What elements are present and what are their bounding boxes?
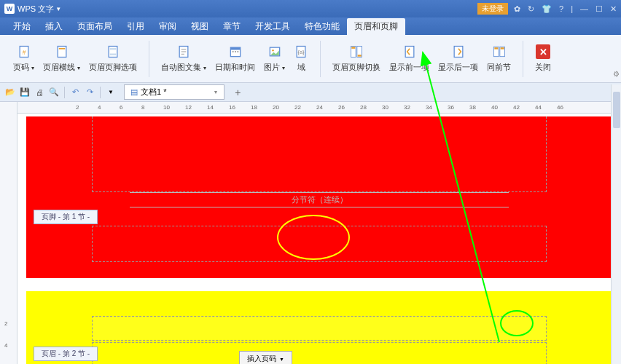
ribbon-separator [523,41,523,77]
doc-icon: ▤ [130,87,138,97]
scrollbar-thumb[interactable] [613,92,620,128]
ruler-config-icon[interactable]: ⚙ [613,70,620,78]
wps-logo-icon: W [4,4,15,14]
autotext-icon [176,44,191,59]
ruler-mark: 28 [360,104,367,111]
vertical-ruler: 24 [0,102,17,364]
page-boundary [92,342,547,364]
help-icon[interactable]: ? [559,4,563,14]
ruler-mark: 22 [294,104,301,111]
refresh-icon[interactable]: ↻ [528,4,534,14]
page-number-button[interactable]: #页码 ▾ [9,43,39,74]
maximize-icon[interactable]: ☐ [595,4,603,14]
ruler-mark: 8 [141,104,144,111]
ruler-mark: 12 [185,104,192,111]
vertical-scrollbar[interactable] [611,84,621,364]
add-tab-icon[interactable]: + [232,87,243,98]
page-number-icon: # [17,44,31,59]
menu-页面布局[interactable]: 页面布局 [70,18,120,35]
picture-label: 图片 ▾ [264,62,285,73]
ruler-mark: 4 [98,104,101,111]
menu-视图[interactable]: 视图 [184,18,216,35]
insert-page-number-button[interactable]: 插入页码 ▼ [239,351,292,364]
hf-switch-button[interactable]: 页眉页脚切换 [328,43,385,74]
show-prev-button[interactable]: 显示前一项 [385,43,434,74]
ruler-mark: 26 [338,104,345,111]
link-prev-button[interactable]: 同前节 [483,43,515,74]
ruler-mark: 46 [557,104,563,111]
ruler-mark: 42 [513,104,520,111]
link-prev-icon [492,44,507,59]
ruler-mark: 18 [251,104,257,111]
doc-name: 文档1 * [141,87,166,98]
print-icon[interactable]: 🖨 [34,87,45,98]
page-number-label: 页码 ▾ [13,62,34,73]
date-time-icon [228,44,243,59]
save-icon[interactable]: 💾 [19,87,31,98]
svg-rect-20 [358,55,362,57]
close-icon: ✕ [536,44,550,59]
ruler-mark: 38 [469,104,476,111]
preview-icon[interactable]: 🔍 [48,87,60,98]
login-badge[interactable]: 未登录 [477,3,508,15]
picture-button[interactable]: 图片 ▾ [259,43,289,74]
header-area[interactable] [92,316,547,341]
qat-separator [100,87,101,98]
doc-tab-dropdown-icon[interactable]: ▼ [213,90,218,95]
footer-section-tag: 页脚 - 第 1 节 - [34,210,98,224]
qat-dropdown-icon[interactable]: ▼ [105,87,117,98]
shirt-icon[interactable]: 👕 [542,4,552,14]
field-icon: {a} [294,44,308,59]
menu-开始[interactable]: 开始 [6,18,38,35]
ruler-mark: 30 [382,104,388,111]
redo-icon[interactable]: ↷ [84,87,95,98]
show-next-label: 显示后一项 [438,62,478,73]
field-button[interactable]: {a}域 [289,43,313,74]
svg-rect-26 [500,47,504,50]
autotext-button[interactable]: 自动图文集 ▾ [157,43,211,74]
header-line-icon [55,44,69,59]
spacer: | [571,4,573,14]
document-canvas: 分节符（连续） 页脚 - 第 1 节 - 页眉 - 第 2 节 - 插入页码 ▼ [17,114,621,364]
menu-章节[interactable]: 章节 [216,18,248,35]
date-time-button[interactable]: 日期和时间 [211,43,259,74]
ruler-mark: 20 [273,104,279,111]
ruler-mark: 36 [448,104,454,111]
skin-icon[interactable]: ✿ [514,4,520,14]
autotext-label: 自动图文集 ▾ [161,62,206,73]
menu-插入[interactable]: 插入 [38,18,70,35]
title-dropdown-icon[interactable]: ▼ [55,6,61,12]
menu-引用[interactable]: 引用 [120,18,152,35]
ruler-mark: 6 [120,104,122,111]
app-title: WPS 文字 [17,4,54,15]
chevron-down-icon: ▾ [282,65,285,71]
svg-rect-25 [494,47,498,50]
qat-separator [64,87,65,98]
picture-icon [267,44,282,59]
close-button[interactable]: ✕关闭 [531,43,555,74]
svg-rect-10 [233,51,234,52]
undo-icon[interactable]: ↶ [69,87,81,98]
page-1: 分节符（连续） 页脚 - 第 1 节 - [26,116,612,278]
page-2: 页眉 - 第 2 节 - 插入页码 ▼ [26,291,612,364]
svg-rect-4 [109,47,117,58]
minimize-icon[interactable]: — [580,4,588,14]
menu-开发工具[interactable]: 开发工具 [248,18,297,35]
svg-rect-12 [237,51,238,52]
menu-审阅[interactable]: 审阅 [152,18,184,35]
ribbon-separator [320,41,321,77]
menu-页眉和页脚[interactable]: 页眉和页脚 [347,18,405,35]
footer-area [92,226,547,262]
header-line-button[interactable]: 页眉横线 ▾ [39,43,85,74]
header-section-tag: 页眉 - 第 2 节 - [34,347,98,361]
document-tab[interactable]: ▤ 文档1 * ▼ [124,84,224,100]
hf-options-button[interactable]: 页眉页脚选项 [85,43,141,74]
menu-特色功能[interactable]: 特色功能 [297,18,347,35]
hf-options-icon [106,44,120,59]
show-next-button[interactable]: 显示后一项 [434,43,483,74]
show-prev-label: 显示前一项 [389,62,429,73]
close-window-icon[interactable]: ✕ [610,4,617,14]
ruler-mark: 44 [535,104,542,111]
open-icon[interactable]: 📂 [4,87,16,98]
section-break-label: 分节符（连续） [130,192,509,207]
